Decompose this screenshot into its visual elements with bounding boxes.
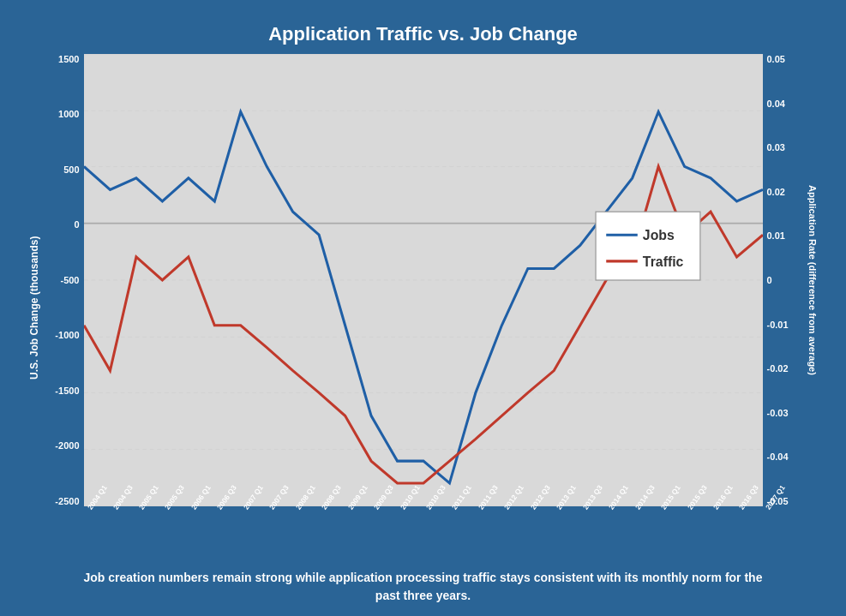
x-ticks: 2004 Q1 2004 Q3 2005 Q1 2005 Q3 2006 Q1 … <box>86 506 764 558</box>
chart-area: U.S. Job Change (thousands) 1500 1000 50… <box>25 54 822 562</box>
chart-title: Application Traffic vs. Job Change <box>268 23 578 45</box>
chart-inner: 1500 1000 500 0 -500 -1000 -1500 -2000 -… <box>45 54 822 506</box>
chart-svg: Jobs Traffic <box>84 54 763 506</box>
svg-rect-9 <box>596 212 700 280</box>
plot-container: Jobs Traffic <box>84 54 763 506</box>
svg-text:Jobs: Jobs <box>642 228 674 242</box>
x-axis-container: 2004 Q1 2004 Q3 2005 Q1 2005 Q3 2006 Q1 … <box>86 506 764 562</box>
y-left-label: U.S. Job Change (thousands) <box>25 54 44 562</box>
main-card: Application Traffic vs. Job Change U.S. … <box>12 10 835 606</box>
jobs-line <box>84 112 763 483</box>
y-axis-right: 0.05 0.04 0.03 0.02 0.01 0 -0.01 -0.02 -… <box>763 54 801 506</box>
chart-caption: Job creation numbers remain strong while… <box>81 569 766 605</box>
y-right-label: Application Rate (difference from averag… <box>803 54 822 506</box>
y-axis-left: 1500 1000 500 0 -500 -1000 -1500 -2000 -… <box>45 54 84 506</box>
svg-text:Traffic: Traffic <box>642 254 683 269</box>
chart-with-right-axis: 1500 1000 500 0 -500 -1000 -1500 -2000 -… <box>45 54 822 562</box>
plot-and-right: Jobs Traffic 0.05 0.04 0.03 0.02 0.01 0 <box>84 54 822 506</box>
